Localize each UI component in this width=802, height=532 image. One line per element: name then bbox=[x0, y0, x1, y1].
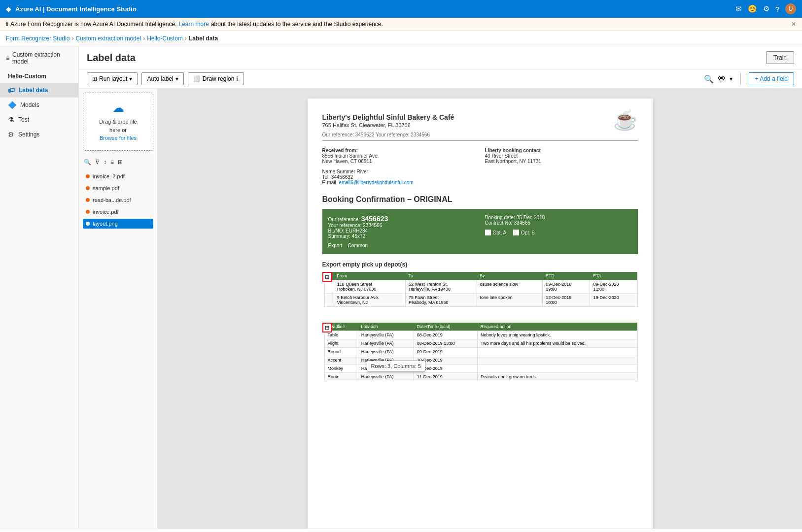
table1-cell bbox=[324, 294, 334, 307]
file-list-icon[interactable]: ≡ bbox=[109, 158, 115, 166]
document-viewer: ☕ Liberty's Delightful Sinful Bakery & C… bbox=[158, 89, 802, 529]
draw-region-button[interactable]: ⬜ Draw region ℹ bbox=[188, 72, 244, 85]
opt-a-checkbox bbox=[485, 230, 491, 235]
train-button[interactable]: Train bbox=[766, 51, 794, 64]
settings-icon[interactable]: ⚙ bbox=[763, 4, 769, 13]
liberty-addr1: 40 River Street bbox=[485, 153, 638, 159]
table1-cell: cause science slow bbox=[477, 280, 543, 294]
file-search-icon[interactable]: 🔍 bbox=[83, 158, 92, 166]
sidebar-title: Custom extraction model bbox=[12, 51, 72, 65]
notification-text: Azure Form Recognizer is now Azure AI Do… bbox=[10, 21, 177, 28]
table1-cell: tone late spoken bbox=[477, 294, 543, 307]
booking-date-val: 05-Dec-2018 bbox=[516, 215, 545, 220]
table2-header-location: Location bbox=[358, 323, 414, 331]
auto-label-label: Auto label bbox=[147, 75, 173, 82]
table2-cell: Monkey bbox=[324, 365, 358, 373]
file-upload-area[interactable]: ☁ Drag & drop file here or Browse for fi… bbox=[83, 93, 153, 151]
opt-a-label: Opt. A bbox=[493, 230, 507, 235]
page-title: Label data bbox=[87, 52, 136, 64]
table2-cell: 09-Dec-2019 bbox=[414, 348, 477, 356]
run-layout-button[interactable]: ⊞ Run layout ▾ bbox=[87, 72, 138, 85]
sidebar-item-models[interactable]: 🔷 Models bbox=[0, 98, 78, 112]
sidebar-item-test[interactable]: ⚗ Test bbox=[0, 112, 78, 127]
table1-header-from: From bbox=[334, 272, 405, 280]
avatar[interactable]: U bbox=[785, 3, 796, 14]
table2-cell: 11-Dec-2019 bbox=[414, 373, 477, 381]
summary-val: 45x72 bbox=[352, 233, 365, 239]
table1-icon-button[interactable]: ⊞ bbox=[322, 272, 332, 282]
table2-icon-button[interactable]: ⊞ bbox=[322, 323, 332, 332]
file-status-dot bbox=[86, 174, 90, 178]
add-field-button[interactable]: + Add a field bbox=[749, 72, 794, 85]
upload-text: Drag & drop file here or Browse for file… bbox=[87, 118, 149, 142]
table2-cell: 08-Dec-2019 bbox=[414, 331, 477, 339]
file-item-readba[interactable]: read-ba...de.pdf bbox=[83, 195, 153, 205]
document-page: ☕ Liberty's Delightful Sinful Bakery & C… bbox=[308, 99, 653, 529]
auto-label-button[interactable]: Auto label ▾ bbox=[141, 72, 183, 85]
file-item-invoice[interactable]: invoice.pdf bbox=[83, 207, 153, 217]
sidebar-item-settings[interactable]: ⚙ Settings bbox=[0, 127, 78, 142]
email-icon[interactable]: ✉ bbox=[735, 4, 742, 13]
draw-region-info-icon: ℹ bbox=[236, 75, 239, 82]
sidebar-item-label-data[interactable]: 🏷 Label data bbox=[0, 83, 78, 98]
draw-region-icon: ⬜ bbox=[193, 75, 201, 82]
booking-date-label: Booking date: bbox=[485, 215, 515, 220]
table-row: 9 Ketch Harbour Ave.Vincentown, NJ 75 Fa… bbox=[324, 294, 637, 307]
email-line: E-mail email6@libertydelightfulsinful.co… bbox=[322, 180, 475, 185]
depot-title: Export empty pick up depot(s) bbox=[322, 261, 638, 268]
test-icon: ⚗ bbox=[8, 116, 14, 124]
search-icon[interactable]: 🔍 bbox=[704, 74, 714, 84]
auto-label-dropdown-icon: ▾ bbox=[175, 75, 178, 82]
sidebar-project: Hello-Custom bbox=[0, 70, 78, 83]
close-notification-button[interactable]: ✕ bbox=[791, 21, 796, 28]
file-name: sample.pdf bbox=[93, 185, 119, 191]
name-line: Name Summer River bbox=[322, 169, 475, 174]
breadcrumb-hello-custom[interactable]: Hello-Custom bbox=[147, 35, 183, 42]
file-grid-icon[interactable]: ⊞ bbox=[117, 158, 124, 166]
table2-cell: Route bbox=[324, 373, 358, 381]
table2-container: ⊞ Deadline Location Date/Time (local) Re… bbox=[322, 323, 638, 389]
help-icon[interactable]: ? bbox=[775, 5, 779, 13]
table1-cell: 118 Queen StreetHoboken, NJ 07030 bbox=[334, 280, 405, 294]
table2-cell: Harleysville (PA) bbox=[358, 373, 414, 381]
table2-cell bbox=[478, 365, 637, 373]
summary-label: Summary: bbox=[328, 233, 351, 239]
table2-cell: Harleysville (PA) bbox=[358, 331, 414, 339]
table2-header-datetime: Date/Time (local) bbox=[414, 323, 477, 331]
eye-dropdown-icon[interactable]: ▾ bbox=[730, 75, 732, 82]
file-item-invoice2[interactable]: invoice_2.pdf bbox=[83, 171, 153, 181]
file-item-sample[interactable]: sample.pdf bbox=[83, 183, 153, 193]
breadcrumb-sep-3: › bbox=[185, 35, 187, 42]
browse-files-link[interactable]: Browse for files bbox=[100, 135, 137, 141]
breadcrumb-custom-extraction[interactable]: Custom extraction model bbox=[75, 35, 141, 42]
company-address: 765 Halifax St. Clearwater, FL 33756 bbox=[322, 122, 638, 128]
table1-header-to: To bbox=[406, 272, 477, 280]
your-ref-val: 2334566 bbox=[363, 223, 382, 228]
info-icon: ℹ bbox=[6, 21, 8, 28]
sidebar-item-models-text: Models bbox=[20, 101, 39, 108]
breadcrumb-form-recognizer[interactable]: Form Recognizer Studio bbox=[6, 35, 70, 42]
bl-label: BL/NO: bbox=[328, 228, 345, 233]
received-from-label: Received from: bbox=[322, 148, 475, 153]
emoji-icon[interactable]: 😊 bbox=[748, 4, 757, 13]
notification-suffix: about the latest updates to the service … bbox=[211, 21, 383, 28]
contract-label: Contract No: bbox=[485, 220, 513, 226]
table2-cell: Accent bbox=[324, 356, 358, 365]
file-item-layout[interactable]: layout.png bbox=[83, 219, 153, 229]
file-filter-icon[interactable]: ⊽ bbox=[94, 158, 101, 166]
table-row: Flight Harleysville (PA) 08-Dec-2019 13:… bbox=[324, 339, 637, 348]
sidebar-toggle[interactable]: ≡ Custom extraction model bbox=[0, 46, 78, 70]
our-ref-label: Our reference: bbox=[328, 217, 360, 222]
page-header: Label data Train bbox=[79, 46, 802, 69]
eye-icon[interactable]: 👁 bbox=[718, 74, 726, 83]
file-panel: ☁ Drag & drop file here or Browse for fi… bbox=[79, 89, 158, 529]
settings-nav-icon: ⚙ bbox=[8, 131, 14, 138]
contract-val: 334566 bbox=[514, 220, 530, 226]
breadcrumb-sep-1: › bbox=[71, 35, 73, 42]
learn-more-link[interactable]: Learn more bbox=[179, 21, 209, 28]
sidebar-item-test-text: Test bbox=[18, 116, 29, 123]
breadcrumb-sep-2: › bbox=[143, 35, 145, 42]
table2-cell: Peanuts don't grow on trees. bbox=[478, 373, 637, 381]
file-sort-icon[interactable]: ↕ bbox=[103, 158, 107, 166]
sidebar: ≡ Custom extraction model Hello-Custom 🏷… bbox=[0, 46, 79, 529]
